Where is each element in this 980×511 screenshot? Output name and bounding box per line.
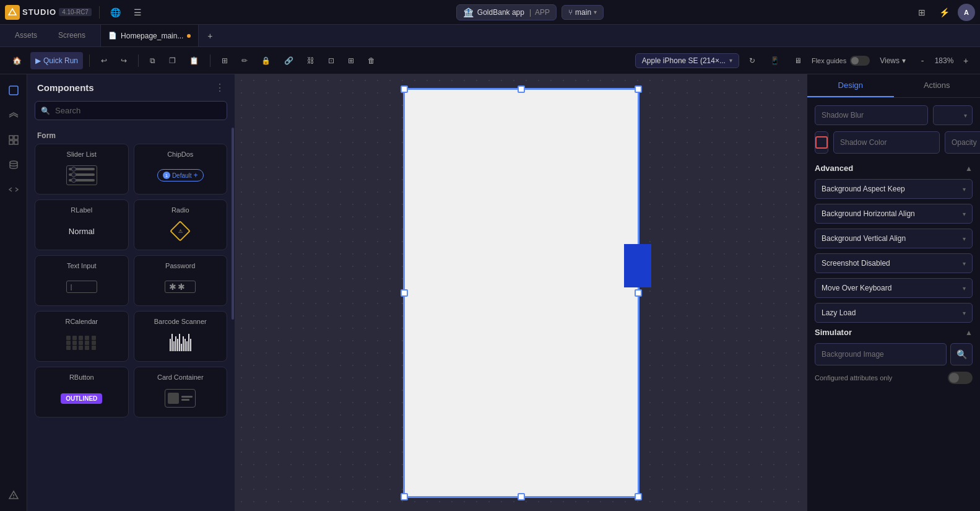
component-label-rbutton: RButton [69,373,94,381]
configured-attributes-label: Configured attributes only [815,374,892,382]
flash-icon-btn[interactable]: ⚡ [935,4,953,21]
unlink-btn[interactable]: ⛓ [302,52,319,69]
shadow-opacity-input[interactable] [945,131,980,154]
sidebar-home-icon[interactable] [2,79,25,102]
extensions-icon-btn[interactable]: ⊞ [913,4,930,21]
background-image-input[interactable] [815,343,947,365]
lazy-load-dropdown[interactable]: Lazy Load ▾ [815,303,973,323]
sidebar-database-icon[interactable] [2,154,25,176]
handle-top-center[interactable] [518,85,525,93]
advanced-collapse-btn[interactable]: ▲ [965,164,973,173]
search-input[interactable] [35,101,227,120]
desktop-view-btn[interactable]: 🖥 [789,52,807,69]
handle-bottom-left[interactable] [401,493,408,500]
file-tab[interactable]: 📄 Homepage_main... [101,25,199,46]
shadow-blur-input[interactable] [815,105,928,125]
branch-pill[interactable]: ⑂ main ▾ [562,5,604,20]
sidebar-components-icon[interactable] [2,129,25,151]
component-radio[interactable]: Radio ⚠ [134,199,228,250]
component-rlabel[interactable]: RLabel Normal [35,199,129,250]
handle-top-right[interactable] [635,85,642,93]
component-rbutton[interactable]: RButton OUTLINED [35,367,129,417]
component-label-radio: Radio [171,206,189,214]
shadow-color-swatch[interactable] [815,131,828,154]
sidebar-warning-icon[interactable] [2,484,25,506]
shadow-blur-dropdown[interactable]: ▾ [933,105,973,125]
menu-icon-btn[interactable]: ☰ [129,4,147,21]
wrap-btn[interactable]: ⊡ [323,52,339,69]
sidebar-code-icon[interactable] [2,178,25,201]
duplicate-btn[interactable]: ❐ [164,52,181,69]
undo-btn[interactable]: ↩ [96,52,112,69]
edit-btn[interactable]: ✏ [236,52,253,69]
views-btn[interactable]: Views ▾ [875,54,911,68]
handle-bottom-center[interactable] [518,493,525,500]
handle-bottom-right[interactable] [635,493,642,500]
tab-actions[interactable]: Actions [894,74,981,97]
background-vertical-align-dropdown[interactable]: Background Vertical Align ▾ [815,229,973,248]
component-password[interactable]: Password ✱✱ [134,255,228,306]
home-btn[interactable]: 🏠 [7,52,27,69]
background-aspect-keep-dropdown[interactable]: Background Aspect Keep ▾ [815,179,973,199]
zoom-out-btn[interactable]: - [916,54,929,68]
delete-icon: 🗑 [368,56,375,65]
component-preview-password: ✱✱ [141,274,221,299]
link-btn[interactable]: 🔗 [279,52,298,69]
sidebar-layers-icon[interactable] [2,104,25,126]
shadow-color-input[interactable] [833,131,940,154]
mobile-view-btn[interactable]: 📱 [765,52,784,69]
play-icon: ▶ [35,56,41,65]
component-rcalendar[interactable]: RCalendar [35,311,129,362]
quick-run-btn[interactable]: ▶ Quick Run [30,52,83,69]
zoom-in-btn[interactable]: + [959,54,973,68]
delete-btn[interactable]: 🗑 [363,52,380,69]
panel-menu-btn[interactable]: ⋮ [215,82,225,94]
component-card-container[interactable]: Card Container [134,367,228,417]
link-icon: 🔗 [284,56,293,65]
copy-btn[interactable]: ⧉ [145,52,160,69]
simulator-collapse-btn[interactable]: ▲ [965,328,973,337]
mobile-icon: 📱 [770,56,779,65]
component-barcode[interactable]: Barcode Scanner [134,311,228,362]
component-label-password: Password [165,262,195,269]
move-over-keyboard-dropdown[interactable]: Move Over Keyboard ▾ [815,278,973,298]
panel-scrollbar[interactable] [231,126,235,511]
device-frame[interactable] [404,89,639,497]
tab-assets[interactable]: Assets [5,25,47,46]
avatar[interactable]: A [958,4,975,21]
component-text-input[interactable]: Text Input | [35,255,129,306]
component-slider-list[interactable]: Slider List [35,144,129,194]
background-horizontal-align-dropdown[interactable]: Background Horizontal Align ▾ [815,204,973,224]
component-label-text-input: Text Input [67,262,97,269]
lock-btn[interactable]: 🔒 [256,52,275,69]
flex-guides-switch[interactable] [850,56,870,66]
handle-top-left[interactable] [401,85,408,93]
canvas-area[interactable] [235,74,807,511]
paste-btn[interactable]: 📋 [184,52,204,69]
globe-icon-btn[interactable]: 🌐 [107,4,124,21]
tab-screens[interactable]: Screens [48,25,95,46]
device-selector[interactable]: Apple iPhone SE (214×... ▾ [635,53,739,68]
app-pill-name: GoldBank app [477,8,524,17]
toolbar-sep-1 [89,55,90,67]
handle-mid-left[interactable] [401,289,408,297]
background-image-search-btn[interactable]: 🔍 [950,343,973,365]
app-pill[interactable]: 🏦 GoldBank app | APP [456,4,557,20]
right-panel: ‹ Design Actions ▾ [807,74,980,511]
redo-btn[interactable]: ↪ [116,52,132,69]
blue-element[interactable] [624,244,651,287]
component-preview-text-input: | [41,274,122,299]
tab-design[interactable]: Design [807,74,894,97]
add-tab-btn[interactable]: + [201,27,219,45]
refresh-btn[interactable]: ↻ [744,52,760,69]
configured-attributes-toggle[interactable] [948,372,973,384]
component-chipdos[interactable]: ChipDos 1 Default + [134,144,228,194]
group-btn[interactable]: ⊞ [217,52,233,69]
grid-btn[interactable]: ⊞ [343,52,359,69]
handle-mid-right[interactable] [635,289,642,297]
toolbar-sep-3 [210,55,210,67]
group-icon: ⊞ [222,56,228,65]
search-box: 🔍 [35,101,227,120]
panel-collapse-btn[interactable]: ‹ [807,281,807,305]
screenshot-disabled-dropdown[interactable]: Screenshot Disabled ▾ [815,253,973,273]
